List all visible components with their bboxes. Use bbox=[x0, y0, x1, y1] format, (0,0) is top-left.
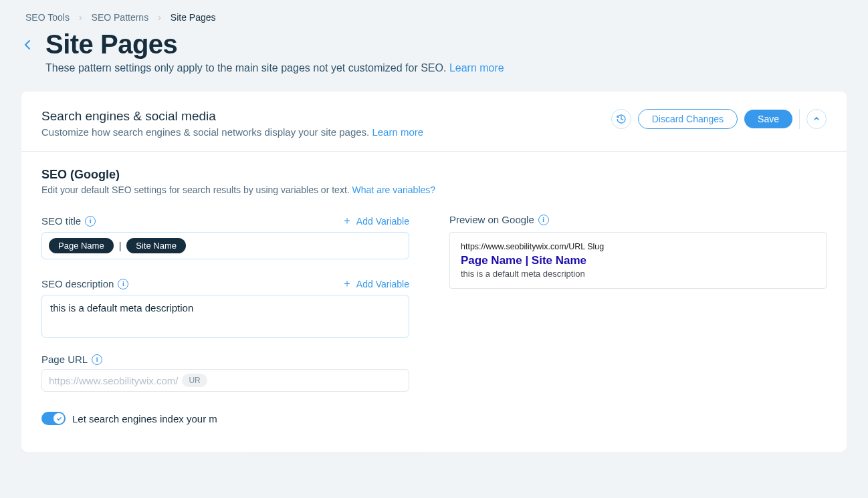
page-url-input[interactable]: https://www.seobilitywix.com/ UR bbox=[41, 369, 409, 392]
plus-icon: ＋ bbox=[342, 277, 352, 291]
url-slug-chip: UR bbox=[182, 374, 207, 387]
preview-label: Preview on Google bbox=[449, 214, 534, 225]
learn-more-link[interactable]: Learn more bbox=[449, 62, 504, 74]
save-button[interactable]: Save bbox=[744, 110, 792, 128]
what-are-variables-link[interactable]: What are variables? bbox=[352, 184, 436, 195]
seo-title-input[interactable]: Page Name | Site Name bbox=[41, 232, 409, 259]
breadcrumb-l2[interactable]: SEO Patterns bbox=[92, 12, 149, 23]
add-variable-button[interactable]: ＋Add Variable bbox=[342, 277, 409, 291]
toggle-knob bbox=[53, 413, 64, 424]
learn-more-link[interactable]: Learn more bbox=[372, 126, 423, 138]
seo-section-title: SEO (Google) bbox=[41, 168, 827, 182]
card-desc: Customize how search engines & social ne… bbox=[41, 126, 423, 138]
info-icon[interactable]: i bbox=[85, 216, 96, 227]
preview-url: https://www.seobilitywix.com/URL Slug bbox=[461, 242, 815, 251]
seo-title-label: SEO title bbox=[41, 215, 81, 227]
index-toggle-label: Let search engines index your m bbox=[72, 413, 217, 424]
variable-chip-page-name[interactable]: Page Name bbox=[49, 238, 114, 253]
plus-icon: ＋ bbox=[342, 214, 352, 228]
info-icon[interactable]: i bbox=[118, 279, 128, 289]
breadcrumb-l1[interactable]: SEO Tools bbox=[25, 12, 70, 23]
info-icon[interactable]: i bbox=[92, 354, 102, 365]
variable-chip-site-name[interactable]: Site Name bbox=[126, 238, 186, 253]
collapse-button[interactable] bbox=[806, 109, 827, 129]
back-chevron-icon[interactable] bbox=[21, 35, 33, 54]
seo-description-input[interactable]: this is a default meta description bbox=[41, 295, 409, 338]
seo-description-label: SEO description bbox=[41, 278, 114, 289]
separator: | bbox=[119, 241, 122, 251]
index-toggle[interactable] bbox=[41, 412, 66, 425]
breadcrumb: SEO Tools › SEO Patterns › Site Pages bbox=[25, 12, 847, 23]
page-title: Site Pages bbox=[45, 29, 177, 59]
seo-section-sub: Edit your default SEO settings for searc… bbox=[41, 184, 827, 195]
card-title: Search engines & social media bbox=[41, 109, 423, 124]
page-subtitle: These pattern settings only apply to the… bbox=[45, 62, 847, 74]
google-preview: https://www.seobilitywix.com/URL Slug Pa… bbox=[449, 232, 827, 289]
divider bbox=[799, 109, 800, 129]
preview-desc: this is a default meta description bbox=[461, 269, 815, 279]
chevron-right-icon: › bbox=[158, 12, 161, 23]
breadcrumb-l3: Site Pages bbox=[171, 12, 216, 23]
page-url-label: Page URL bbox=[41, 354, 88, 365]
preview-title: Page Name | Site Name bbox=[461, 254, 815, 267]
history-button[interactable] bbox=[611, 109, 631, 129]
add-variable-button[interactable]: ＋Add Variable bbox=[342, 214, 409, 228]
discard-button[interactable]: Discard Changes bbox=[638, 109, 738, 129]
chevron-right-icon: › bbox=[79, 12, 82, 23]
url-prefix: https://www.seobilitywix.com/ bbox=[49, 375, 178, 386]
info-icon[interactable]: i bbox=[538, 215, 549, 225]
seo-settings-card: Search engines & social media Customize … bbox=[21, 92, 847, 452]
